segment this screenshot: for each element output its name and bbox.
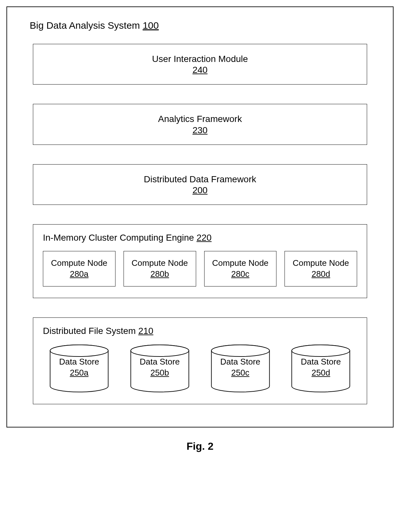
cluster-engine: In-Memory Cluster Computing Engine 220 C… bbox=[33, 224, 367, 298]
system-container: Big Data Analysis System 100 User Intera… bbox=[6, 6, 394, 427]
svg-point-7 bbox=[292, 345, 350, 356]
layer-ref: 200 bbox=[40, 185, 360, 196]
data-store-text: Data Store 250d bbox=[285, 356, 357, 378]
data-store-cylinder: Data Store 250a bbox=[43, 344, 115, 393]
layer-label: User Interaction Module bbox=[40, 53, 360, 65]
compute-nodes-row: Compute Node 280a Compute Node 280b Comp… bbox=[43, 251, 357, 286]
layer-distributed-data-framework: Distributed Data Framework 200 bbox=[33, 164, 367, 205]
system-title-ref: 100 bbox=[143, 20, 159, 31]
node-label: Compute Node bbox=[46, 258, 112, 269]
node-ref: 280b bbox=[127, 269, 193, 280]
svg-point-5 bbox=[211, 345, 269, 356]
data-store-text: Data Store 250c bbox=[204, 356, 277, 378]
data-store-text: Data Store 250b bbox=[124, 356, 196, 378]
cluster-title-ref: 220 bbox=[196, 233, 212, 243]
figure-caption: Fig. 2 bbox=[186, 440, 214, 452]
system-title-text: Big Data Analysis System bbox=[30, 20, 140, 31]
compute-node: Compute Node 280d bbox=[285, 251, 357, 286]
store-label: Data Store bbox=[43, 356, 115, 367]
svg-point-1 bbox=[50, 345, 108, 356]
node-label: Compute Node bbox=[127, 258, 193, 269]
cluster-title-text: In-Memory Cluster Computing Engine bbox=[43, 233, 194, 243]
data-stores-row: Data Store 250a Data Store 250b bbox=[43, 344, 357, 393]
node-ref: 280d bbox=[288, 269, 354, 280]
layer-ref: 240 bbox=[40, 65, 360, 75]
data-store-cylinder: Data Store 250d bbox=[285, 344, 357, 393]
layer-user-interaction: User Interaction Module 240 bbox=[33, 44, 367, 85]
data-store-cylinder: Data Store 250c bbox=[204, 344, 277, 393]
fs-title-ref: 210 bbox=[138, 326, 154, 336]
fs-title: Distributed File System 210 bbox=[43, 326, 357, 336]
compute-node: Compute Node 280a bbox=[43, 251, 115, 286]
store-ref: 250b bbox=[124, 367, 196, 378]
data-store-cylinder: Data Store 250b bbox=[124, 344, 196, 393]
cluster-title: In-Memory Cluster Computing Engine 220 bbox=[43, 233, 357, 243]
store-ref: 250a bbox=[43, 367, 115, 378]
store-label: Data Store bbox=[124, 356, 196, 367]
store-label: Data Store bbox=[204, 356, 277, 367]
system-title: Big Data Analysis System 100 bbox=[23, 20, 377, 31]
store-label: Data Store bbox=[285, 356, 357, 367]
node-label: Compute Node bbox=[288, 258, 354, 269]
distributed-file-system: Distributed File System 210 Data Store 2… bbox=[33, 317, 367, 404]
data-store-text: Data Store 250a bbox=[43, 356, 115, 378]
node-label: Compute Node bbox=[208, 258, 273, 269]
layer-analytics-framework: Analytics Framework 230 bbox=[33, 104, 367, 145]
store-ref: 250c bbox=[204, 367, 277, 378]
fs-title-text: Distributed File System bbox=[43, 326, 136, 336]
node-ref: 280a bbox=[46, 269, 112, 280]
layer-label: Analytics Framework bbox=[40, 113, 360, 125]
svg-point-3 bbox=[131, 345, 189, 356]
node-ref: 280c bbox=[208, 269, 273, 280]
store-ref: 250d bbox=[285, 367, 357, 378]
layer-ref: 230 bbox=[40, 125, 360, 136]
compute-node: Compute Node 280b bbox=[124, 251, 196, 286]
compute-node: Compute Node 280c bbox=[204, 251, 277, 286]
layer-label: Distributed Data Framework bbox=[40, 174, 360, 185]
